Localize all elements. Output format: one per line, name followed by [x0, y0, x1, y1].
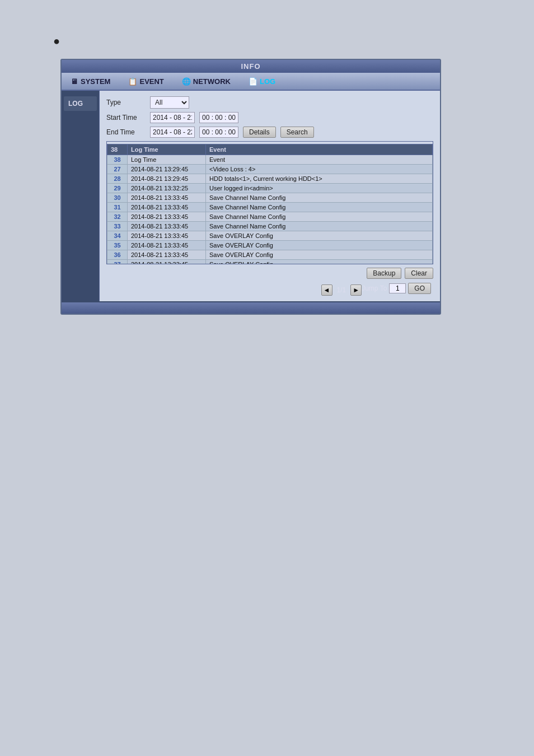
cell-num: 35 [107, 241, 128, 250]
table-row[interactable]: 342014-08-21 13:33:45Save OVERLAY Config [107, 231, 433, 241]
type-label: Type [106, 99, 146, 106]
cell-event: Save Channel Name Config [206, 222, 433, 231]
start-date-input[interactable] [150, 112, 195, 123]
cell-event: HDD totals<1>, Current working HDD<1> [206, 174, 433, 184]
end-time-filter-row: End Time Details Search [106, 127, 433, 138]
jump-to-area: Jump To GO [362, 283, 431, 294]
table-row[interactable]: 332014-08-21 13:33:45Save Channel Name C… [107, 222, 433, 231]
sidebar-item-log[interactable]: LOG [64, 96, 97, 111]
nav-event-label: EVENT [139, 77, 163, 86]
col-time-header: Log Time [128, 144, 206, 155]
start-time-input[interactable] [199, 112, 238, 123]
bullet-point: ● [53, 35, 60, 48]
type-filter-row: Type All [106, 96, 433, 109]
cell-time: 2014-08-21 13:29:45 [128, 174, 206, 184]
table-row[interactable]: 302014-08-21 13:33:45Save Channel Name C… [107, 193, 433, 203]
table-header-row: 38 Log Time Event [107, 144, 433, 155]
event-icon: 📋 [128, 77, 137, 86]
col-event-header: Event [206, 144, 433, 155]
backup-clear-area: Backup Clear [367, 268, 433, 279]
start-time-filter-row: Start Time [106, 112, 433, 123]
log-table-wrapper: 38 Log Time Event 38Log TimeEvent272014-… [106, 141, 433, 264]
nav-log[interactable]: 📄 LOG [245, 75, 279, 87]
system-icon: 🖥 [69, 77, 78, 86]
cell-event: Save Channel Name Config [206, 203, 433, 212]
nav-bar: 🖥 SYSTEM 📋 EVENT 🌐 NETWORK 📄 LOG [62, 73, 440, 91]
cell-event: Save OVERLAY Config [206, 231, 433, 241]
table-row[interactable]: 38Log TimeEvent [107, 155, 433, 165]
prev-page-button[interactable]: ◄ [321, 284, 332, 296]
go-button[interactable]: GO [408, 283, 431, 294]
nav-network[interactable]: 🌐 NETWORK [179, 75, 234, 87]
end-date-input[interactable] [150, 127, 195, 138]
cell-num: 30 [107, 193, 128, 203]
page-info: 1/1 [337, 286, 346, 294]
type-select[interactable]: All [150, 96, 189, 109]
cell-event: Save Channel Name Config [206, 212, 433, 222]
cell-time: 2014-08-21 13:33:45 [128, 212, 206, 222]
cell-time: 2014-08-21 13:33:45 [128, 250, 206, 260]
sidebar: LOG [62, 91, 100, 301]
main-window: INFO 🖥 SYSTEM 📋 EVENT 🌐 NETWORK 📄 LOG LO… [60, 59, 441, 315]
content-area: Type All Start Time End Time Details Sea… [100, 91, 440, 301]
details-button[interactable]: Details [243, 127, 276, 138]
nav-log-label: LOG [260, 77, 275, 86]
end-time-label: End Time [106, 128, 146, 136]
backup-button[interactable]: Backup [367, 268, 401, 279]
cell-num: 32 [107, 212, 128, 222]
cell-event: <Video Loss : 4> [206, 165, 433, 174]
cell-num: 27 [107, 165, 128, 174]
pagination-row: ◄ 1/1 ► Jump To GO [106, 281, 433, 296]
jump-to-input[interactable] [389, 283, 406, 293]
table-row[interactable]: 292014-08-21 13:32:25User logged in<admi… [107, 184, 433, 193]
jump-to-label: Jump To [362, 284, 387, 292]
cell-time: 2014-08-21 13:29:45 [128, 165, 206, 174]
bottom-controls: Backup Clear [106, 268, 433, 279]
cell-time: 2014-08-21 13:33:45 [128, 241, 206, 250]
search-button[interactable]: Search [280, 127, 314, 138]
log-icon: 📄 [249, 77, 257, 86]
cell-time: 2014-08-21 13:33:45 [128, 231, 206, 241]
table-row[interactable]: 312014-08-21 13:33:45Save Channel Name C… [107, 203, 433, 212]
cell-event: User logged in<admin> [206, 184, 433, 193]
nav-network-label: NETWORK [193, 77, 231, 86]
nav-system-label: SYSTEM [81, 77, 110, 86]
cell-time: 2014-08-21 13:33:45 [128, 222, 206, 231]
nav-event[interactable]: 📋 EVENT [125, 75, 167, 87]
window-title: INFO [241, 62, 260, 71]
clear-button[interactable]: Clear [405, 268, 433, 279]
table-row[interactable]: 362014-08-21 13:33:45Save OVERLAY Config [107, 250, 433, 260]
cell-time: 2014-08-21 13:33:45 [128, 260, 206, 265]
pagination-controls: ◄ 1/1 ► [321, 284, 362, 296]
cell-num: 31 [107, 203, 128, 212]
log-table: 38 Log Time Event 38Log TimeEvent272014-… [107, 144, 433, 264]
cell-event: Save OVERLAY Config [206, 250, 433, 260]
cell-num: 36 [107, 250, 128, 260]
cell-num: 28 [107, 174, 128, 184]
table-row[interactable]: 282014-08-21 13:29:45HDD totals<1>, Curr… [107, 174, 433, 184]
next-page-button[interactable]: ► [350, 284, 362, 296]
table-row[interactable]: 352014-08-21 13:33:45Save OVERLAY Config [107, 241, 433, 250]
footer-bar [62, 302, 440, 314]
cell-num: 34 [107, 231, 128, 241]
cell-event: Save Channel Name Config [206, 193, 433, 203]
cell-time: 2014-08-21 13:32:25 [128, 184, 206, 193]
table-row[interactable]: 372014-08-21 13:33:45Save OVERLAY Config [107, 260, 433, 265]
table-row[interactable]: 322014-08-21 13:33:45Save Channel Name C… [107, 212, 433, 222]
table-row[interactable]: 272014-08-21 13:29:45<Video Loss : 4> [107, 165, 433, 174]
cell-event: Save OVERLAY Config [206, 260, 433, 265]
network-icon: 🌐 [182, 77, 191, 86]
cell-time: 2014-08-21 13:33:45 [128, 203, 206, 212]
cell-num: 29 [107, 184, 128, 193]
nav-system[interactable]: 🖥 SYSTEM [66, 75, 114, 87]
cell-num: 37 [107, 260, 128, 265]
title-bar: INFO [62, 60, 440, 73]
col-num-header: 38 [107, 144, 128, 155]
start-time-label: Start Time [106, 114, 146, 122]
cell-event: Save OVERLAY Config [206, 241, 433, 250]
cell-num: 38 [107, 155, 128, 165]
sidebar-content-area: LOG Type All Start Time End Time De [62, 91, 440, 301]
cell-time: 2014-08-21 13:33:45 [128, 193, 206, 203]
cell-time: Log Time [128, 155, 206, 165]
end-time-input[interactable] [199, 127, 238, 138]
